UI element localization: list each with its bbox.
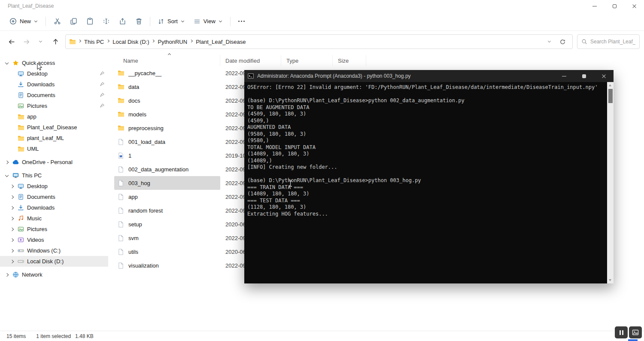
- maximize-icon: [582, 74, 586, 78]
- breadcrumb-item-local-disk-d[interactable]: Local Disk (D:): [110, 37, 151, 47]
- refresh-button[interactable]: [556, 36, 569, 48]
- sidebar-item-local-disk-d[interactable]: Local Disk (D:): [0, 256, 108, 267]
- maximize-button[interactable]: [605, 0, 624, 12]
- sidebar-item-documents[interactable]: Documents: [0, 90, 108, 100]
- sidebar-item-documents[interactable]: Documents: [0, 192, 108, 202]
- chevron-right-icon[interactable]: [3, 271, 10, 278]
- chevron-spacer: [9, 81, 15, 88]
- chevron-right-icon[interactable]: [9, 194, 15, 201]
- sidebar-item-onedrive-personal[interactable]: OneDrive - Personal: [0, 157, 108, 167]
- sidebar-item-plant-leaf-ml[interactable]: plant_Leaf_ML: [0, 133, 108, 143]
- sidebar-item-label: Desktop: [27, 70, 48, 77]
- pause-button[interactable]: [615, 326, 628, 338]
- minimize-button[interactable]: [585, 0, 605, 12]
- terminal-minimize-button[interactable]: [554, 70, 574, 82]
- pc-icon: [12, 172, 19, 179]
- column-header-type[interactable]: Type: [281, 55, 333, 66]
- folder-icon: [17, 135, 24, 142]
- up-button[interactable]: [48, 35, 63, 49]
- file-icon: [118, 221, 125, 228]
- terminal-titlebar[interactable]: Administrator: Anaconda Prompt (Anaconda…: [244, 70, 614, 82]
- close-button[interactable]: [624, 0, 644, 12]
- chevron-spacer: [9, 92, 15, 99]
- new-button[interactable]: New: [5, 15, 43, 27]
- sidebar-item-uml[interactable]: UML: [0, 143, 108, 154]
- sidebar-item-videos[interactable]: Videos: [0, 234, 108, 245]
- chevron-right-icon[interactable]: [3, 159, 10, 166]
- breadcrumb-item-plant-leaf-disease[interactable]: Plant_Leaf_Disease: [194, 37, 248, 47]
- sidebar-item-plant-leaf-disease[interactable]: Plant_Leaf_Disease: [0, 122, 108, 133]
- file-name-cell: 001_load_data: [114, 135, 220, 149]
- forward-button[interactable]: [19, 35, 33, 49]
- paste-button[interactable]: [82, 15, 98, 28]
- folder-icon: [17, 146, 24, 152]
- breadcrumb-separator[interactable]: [189, 40, 194, 44]
- sidebar-item-pictures[interactable]: Pictures: [0, 100, 108, 111]
- active-indicator: [628, 339, 638, 341]
- column-header-date-modified[interactable]: Date modified: [220, 55, 281, 66]
- cut-button[interactable]: [49, 15, 65, 28]
- search-input[interactable]: [590, 39, 635, 45]
- sort-button[interactable]: Sort: [153, 15, 189, 27]
- text-cursor: [289, 180, 292, 187]
- scrollbar-thumb[interactable]: [608, 89, 613, 103]
- sidebar-item-downloads[interactable]: Downloads: [0, 202, 108, 213]
- copy-button[interactable]: [65, 15, 82, 28]
- terminal-close-button[interactable]: [594, 70, 614, 82]
- file-name: models: [128, 111, 146, 118]
- breadcrumb-separator[interactable]: [106, 40, 110, 44]
- anaconda-prompt-window[interactable]: Administrator: Anaconda Prompt (Anaconda…: [244, 70, 614, 283]
- chevron-right-icon[interactable]: [9, 204, 15, 211]
- column-header-label: Size: [338, 58, 349, 64]
- file-date-modified: 2022-09: [220, 207, 246, 214]
- rename-button[interactable]: [98, 15, 114, 28]
- terminal-line: (9580,): [247, 137, 605, 144]
- search-box[interactable]: [577, 34, 640, 49]
- terminal-maximize-button[interactable]: [574, 70, 594, 82]
- sidebar-item-windows-c[interactable]: Windows (C:): [0, 245, 108, 256]
- breadcrumb-separator[interactable]: [78, 40, 82, 44]
- address-dropdown-button[interactable]: [543, 36, 556, 48]
- terminal-line: (base) D:\PythonRUN\Plant_Leaf_Disease>p…: [247, 177, 605, 184]
- capture-button[interactable]: [629, 326, 642, 338]
- delete-button[interactable]: [131, 15, 147, 28]
- sidebar-item-desktop[interactable]: Desktop: [0, 181, 108, 192]
- chevron-right-icon[interactable]: [9, 247, 15, 254]
- sidebar-item-label: This PC: [22, 172, 42, 179]
- back-button[interactable]: [4, 35, 19, 49]
- sidebar-item-music[interactable]: Music: [0, 213, 108, 224]
- breadcrumb-item-pythonrun[interactable]: PythonRUN: [155, 37, 189, 47]
- sidebar-item-this-pc[interactable]: This PC: [0, 170, 108, 181]
- chevron-down-icon[interactable]: [3, 60, 10, 67]
- breadcrumb-separator[interactable]: [151, 40, 155, 44]
- sidebar-item-label: Desktop: [27, 183, 48, 189]
- chevron-right-icon[interactable]: [9, 226, 15, 233]
- terminal-line: (4509,): [247, 118, 605, 125]
- chevron-down-icon[interactable]: [3, 172, 10, 179]
- recent-locations-button[interactable]: [33, 35, 48, 49]
- terminal-scrollbar[interactable]: [607, 82, 614, 283]
- breadcrumb-item-this-pc[interactable]: This PC: [82, 37, 106, 47]
- share-button[interactable]: [114, 15, 131, 28]
- sidebar-item-quick-access[interactable]: Quick access: [0, 58, 108, 68]
- sidebar-item-label: Network: [22, 271, 43, 278]
- sidebar-item-pictures[interactable]: Pictures: [0, 224, 108, 234]
- view-button[interactable]: View: [189, 15, 227, 27]
- chevron-right-icon[interactable]: [9, 237, 15, 244]
- sidebar-item-desktop[interactable]: Desktop: [0, 68, 108, 79]
- file-date-modified: 2022-09: [220, 194, 246, 200]
- file-icon: [118, 249, 125, 255]
- sidebar-item-downloads[interactable]: Downloads: [0, 79, 108, 90]
- terminal-output[interactable]: OSError: [Errno 22] Invalid argument: 'F…: [244, 82, 607, 283]
- chevron-right-icon[interactable]: [9, 258, 15, 265]
- toolbar-separator: [46, 17, 46, 26]
- sidebar-item-app[interactable]: app: [0, 111, 108, 122]
- more-options-button[interactable]: [234, 15, 250, 28]
- sidebar-item-network[interactable]: Network: [0, 269, 108, 280]
- chevron-right-icon[interactable]: [9, 183, 15, 190]
- column-header-name[interactable]: Name: [108, 55, 220, 66]
- chevron-right-icon[interactable]: [9, 215, 15, 222]
- address-pill[interactable]: This PCLocal Disk (D:)PythonRUNPlant_Lea…: [65, 34, 573, 49]
- column-header-size[interactable]: Size: [333, 55, 366, 66]
- minimize-icon: [562, 76, 566, 76]
